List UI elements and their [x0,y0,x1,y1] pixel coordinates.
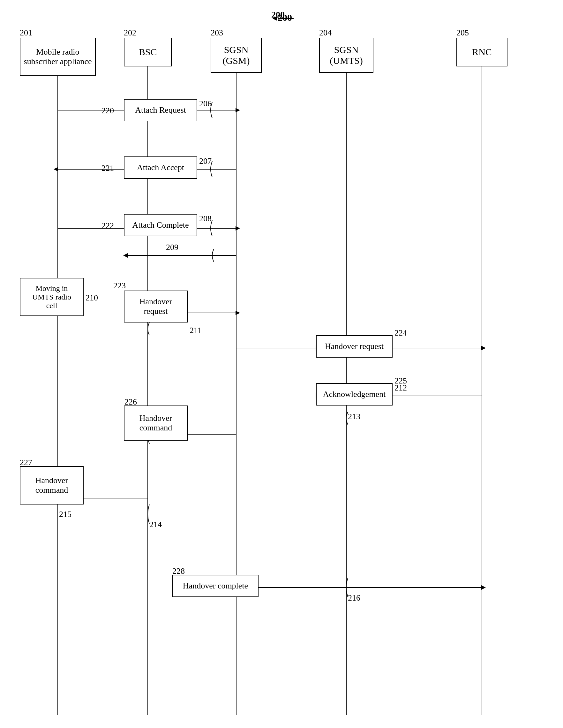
ref-205: 205 [456,28,469,38]
ref-222: 222 [102,221,114,231]
msg-handover-request-bsc: Handoverrequest [124,291,188,322]
svg-marker-18 [481,346,486,350]
ref-212: 212 [394,383,407,393]
msg-attach-complete: Attach Complete [124,214,197,236]
ref-215: 215 [59,510,72,519]
ref-214: 214 [149,520,162,529]
ref-209: 209 [166,243,179,252]
diagram-container: 200 Mobile radiosubscriber appliance 201… [0,0,563,728]
node-201: Mobile radiosubscriber appliance [20,38,96,76]
msg-moving-umts: Moving inUMTS radiocell [20,278,84,316]
ref-208: 208 [199,214,212,224]
msg-attach-accept: Attach Accept [124,156,197,179]
ref-221: 221 [102,163,114,173]
ref-213: 213 [348,412,360,421]
svg-marker-8 [54,167,58,171]
node-204: SGSN(UMTS) [319,38,373,73]
svg-marker-10 [236,226,240,231]
ref-210: 210 [86,293,98,303]
ref-201: 201 [20,28,32,38]
ref-220: 220 [102,106,114,116]
ref-211: 211 [190,326,202,335]
ref-223: 223 [113,281,126,291]
ref-204: 204 [319,28,331,38]
ref-228: 228 [172,566,185,576]
ref-226: 226 [125,397,137,407]
diagram-ref-200: 200 [271,10,285,20]
svg-marker-12 [123,253,128,258]
msg-attach-request: Attach Request [124,99,197,121]
msg-handover-complete: Handover complete [172,575,259,597]
ref-216: 216 [348,593,360,603]
msg-handover-command-mobile: Handovercommand [20,466,84,504]
node-202: BSC [124,38,172,66]
msg-handover-request-sgsn: Handover request [316,335,392,358]
ref-203: 203 [211,28,223,38]
svg-marker-14 [236,311,240,315]
ref-207: 207 [199,156,212,166]
msg-acknowledgement: Acknowledgement [316,383,392,406]
ref-206: 206 [199,99,212,109]
svg-marker-6 [236,108,240,112]
ref-224: 224 [394,328,407,338]
node-205: RNC [456,38,507,66]
ref-227: 227 [20,458,32,467]
msg-handover-command-bsc: Handovercommand [124,406,188,441]
diagram-svg [0,0,563,728]
ref-202: 202 [124,28,136,38]
node-203: SGSN(GSM) [211,38,262,73]
svg-marker-26 [481,585,486,590]
